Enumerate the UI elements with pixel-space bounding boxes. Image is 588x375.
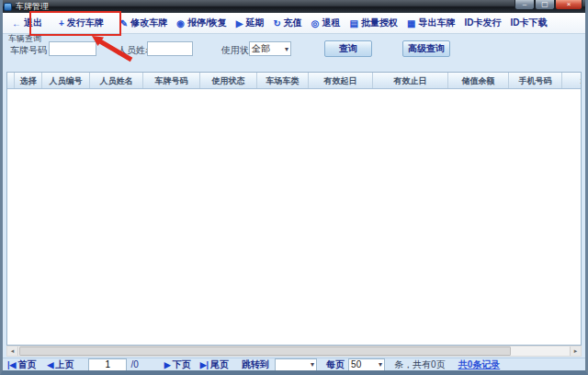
toolbar-export-plates-label: 导出车牌 bbox=[418, 17, 455, 29]
toolbar-batch-authorize-button[interactable]: ▤ 批量授权 bbox=[345, 14, 402, 32]
usage-status-select[interactable]: 全部 ▾ bbox=[249, 41, 291, 56]
horizontal-scrollbar[interactable]: ◂ ▸ bbox=[6, 346, 582, 357]
row-selector-header bbox=[7, 73, 15, 88]
exit-icon: ← bbox=[12, 18, 21, 28]
first-page-label: 首页 bbox=[17, 358, 36, 371]
person-name-input[interactable] bbox=[147, 41, 193, 56]
record-count-text: 条，共有0页 bbox=[394, 358, 446, 371]
toolbar-id-card-issue-button[interactable]: ID卡发行 bbox=[459, 14, 505, 32]
search-button[interactable]: 查询 bbox=[324, 40, 372, 57]
app-icon bbox=[4, 3, 12, 11]
prev-page-label: 上页 bbox=[55, 358, 74, 371]
recharge-icon: ↻ bbox=[273, 18, 280, 28]
last-page-label: 尾页 bbox=[210, 358, 229, 371]
export-plates-icon: ▦ bbox=[407, 18, 415, 28]
usage-status-value: 全部 bbox=[252, 42, 270, 55]
col-person-id[interactable]: 人员编号 bbox=[42, 73, 90, 88]
annotation-arrow-icon bbox=[85, 33, 137, 64]
chevron-down-icon: ▾ bbox=[285, 45, 288, 53]
col-address-truncated[interactable]: 地 bbox=[562, 73, 582, 88]
col-valid-from[interactable]: 有效起日 bbox=[309, 73, 373, 88]
plate-number-label: 车牌号码 bbox=[10, 44, 47, 57]
per-page-select[interactable]: 50 ▾ bbox=[348, 358, 385, 371]
page-total-label: /0 bbox=[130, 359, 138, 369]
plates-table: 选择 人员编号 人员姓名 车牌号码 使用状态 车场车类 有效起日 有效止日 储值… bbox=[6, 72, 582, 346]
toolbar-batch-authorize-label: 批量授权 bbox=[361, 17, 398, 29]
col-lot-vehicle-type[interactable]: 车场车类 bbox=[257, 73, 309, 88]
next-page-button[interactable]: ▶ 下页 bbox=[164, 358, 191, 371]
toolbar-id-card-download-button[interactable]: ID卡下载 bbox=[505, 14, 551, 32]
toolbar-modify-plate-label: 修改车牌 bbox=[130, 17, 167, 29]
suspend-restore-icon: ◉ bbox=[176, 18, 185, 28]
prev-page-button[interactable]: ◀ 上页 bbox=[47, 358, 74, 371]
table-body-empty bbox=[7, 89, 581, 345]
toolbar-return-lease-button[interactable]: ◎ 退租 bbox=[307, 14, 345, 32]
prev-page-icon: ◀ bbox=[47, 360, 53, 369]
table-header-row: 选择 人员编号 人员姓名 车牌号码 使用状态 车场车类 有效起日 有效止日 储值… bbox=[7, 73, 581, 89]
toolbar-modify-plate-button[interactable]: ✎ 修改车牌 bbox=[116, 14, 172, 32]
jump-to-label: 跳转到 bbox=[242, 358, 269, 371]
last-page-button[interactable]: ▶| 尾页 bbox=[200, 358, 229, 371]
chevron-down-icon: ▾ bbox=[379, 360, 382, 369]
toolbar-export-plates-button[interactable]: ▦ 导出车牌 bbox=[402, 14, 459, 32]
maximize-button[interactable]: ▢ bbox=[535, 0, 555, 10]
per-page-label: 每页 bbox=[326, 358, 345, 371]
last-page-icon: ▶| bbox=[200, 360, 209, 369]
scroll-right-icon[interactable]: ▸ bbox=[570, 347, 581, 356]
chevron-down-icon: ▾ bbox=[311, 360, 314, 369]
jump-to-select[interactable]: ▾ bbox=[275, 358, 317, 371]
first-page-icon: |◀ bbox=[7, 360, 16, 369]
annotation-highlight-box bbox=[29, 11, 121, 36]
advanced-search-button[interactable]: 高级查询 bbox=[402, 40, 450, 57]
toolbar-id-card-issue-label: ID卡发行 bbox=[464, 17, 501, 29]
client-area: ← 退出 + 发行车牌 ✎ 修改车牌 ◉ 报停/恢复 ▶ 延期 ↻ bbox=[3, 13, 585, 370]
toolbar-extend-label: 延期 bbox=[245, 17, 264, 29]
toolbar-recharge-button[interactable]: ↻ 充值 bbox=[268, 14, 306, 32]
minimize-button[interactable]: – bbox=[514, 0, 535, 10]
col-mobile-number[interactable]: 手机号码 bbox=[509, 73, 562, 88]
col-usage-status[interactable]: 使用状态 bbox=[200, 73, 257, 88]
toolbar-suspend-restore-button[interactable]: ◉ 报停/恢复 bbox=[172, 14, 232, 32]
col-person-name[interactable]: 人员姓名 bbox=[90, 73, 143, 88]
toolbar-recharge-label: 充值 bbox=[284, 17, 302, 29]
col-plate-number[interactable]: 车牌号码 bbox=[143, 73, 200, 88]
per-page-value: 50 bbox=[351, 359, 361, 369]
return-lease-icon: ◎ bbox=[311, 18, 320, 28]
next-page-icon: ▶ bbox=[164, 360, 171, 369]
app-window: 车牌管理 – ▢ × ← 退出 + 发行车牌 ✎ 修改车牌 ◉ bbox=[0, 0, 588, 375]
scrollbar-thumb[interactable] bbox=[19, 347, 511, 356]
toolbar-return-lease-label: 退租 bbox=[322, 17, 341, 29]
toolbar-suspend-restore-label: 报停/恢复 bbox=[187, 17, 227, 29]
next-page-label: 下页 bbox=[173, 358, 191, 371]
col-stored-balance[interactable]: 储值余额 bbox=[448, 73, 509, 88]
edit-icon: ✎ bbox=[120, 18, 128, 28]
pagination-bar: |◀ 首页 ◀ 上页 /0 ▶ 下页 ▶| 尾页 跳转到 ▾ 每页 bbox=[3, 358, 585, 370]
close-button[interactable]: × bbox=[555, 0, 582, 10]
batch-authorize-icon: ▤ bbox=[350, 18, 358, 28]
first-page-button[interactable]: |◀ 首页 bbox=[7, 358, 36, 371]
toolbar-extend-button[interactable]: ▶ 延期 bbox=[232, 14, 269, 32]
extend-icon: ▶ bbox=[236, 18, 243, 28]
scroll-left-icon[interactable]: ◂ bbox=[7, 347, 18, 356]
col-valid-to[interactable]: 有效止日 bbox=[373, 73, 448, 88]
toolbar-id-card-download-label: ID卡下载 bbox=[510, 17, 547, 29]
total-records-link[interactable]: 共0条记录 bbox=[458, 358, 501, 371]
col-select[interactable]: 选择 bbox=[15, 73, 42, 88]
page-number-input[interactable] bbox=[88, 358, 127, 371]
